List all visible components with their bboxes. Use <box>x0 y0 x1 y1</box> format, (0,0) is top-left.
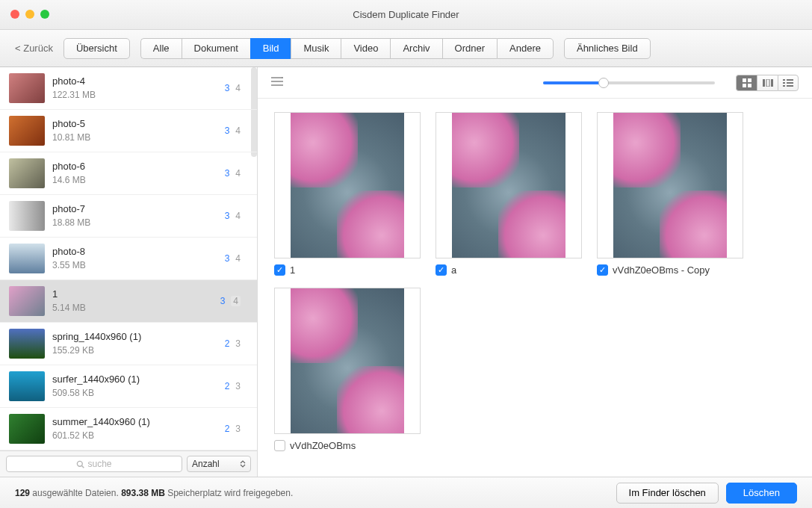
select-checkbox[interactable] <box>436 264 447 276</box>
list-item[interactable]: photo-4122.31 MB34 <box>0 67 257 110</box>
list-item[interactable]: photo-614.6 MB34 <box>0 152 257 195</box>
count-selected: 2 <box>225 381 230 391</box>
list-item[interactable]: spring_1440x960 (1)155.29 KB23 <box>0 323 257 365</box>
list-item-counts: 34 <box>225 83 241 93</box>
thumbnail-label: a <box>451 264 456 276</box>
content-area: photo-4122.31 MB34photo-510.81 MB34photo… <box>0 67 812 477</box>
svg-rect-12 <box>787 82 793 84</box>
main-toolbar <box>258 67 812 99</box>
list-thumbnail <box>9 329 45 359</box>
svg-rect-14 <box>787 85 793 87</box>
list-view-button[interactable] <box>778 75 799 91</box>
thumbnail-card[interactable]: vVdhZ0eOBms <box>274 288 424 451</box>
maximize-icon[interactable] <box>40 10 49 19</box>
thumbnail-image <box>436 112 582 258</box>
category-tabs: AlleDokumentBildMusikVideoArchivOrdnerAn… <box>140 38 554 59</box>
tab-andere[interactable]: Andere <box>497 38 554 59</box>
list-item-counts: 23 <box>225 424 241 434</box>
delete-in-finder-button[interactable]: Im Finder löschen <box>616 483 719 504</box>
delete-button[interactable]: Löschen <box>726 483 797 504</box>
list-menu-icon[interactable] <box>271 77 283 88</box>
tab-video[interactable]: Video <box>341 38 390 59</box>
list-item-counts: 34 <box>220 296 241 306</box>
list-item-name: spring_1440x960 (1) <box>52 331 248 344</box>
list-thumbnail <box>9 414 45 444</box>
list-item-text: summer_1440x960 (1)601.52 KB <box>52 416 248 442</box>
list-item-text: 15.14 MB <box>52 288 248 314</box>
file-list[interactable]: photo-4122.31 MB34photo-510.81 MB34photo… <box>0 67 257 450</box>
status-text: 129 ausgewählte Dateien. 893.38 MB Speic… <box>15 488 293 498</box>
select-checkbox[interactable] <box>597 264 608 276</box>
sidebar-bottom: suche Anzahl <box>0 450 257 477</box>
sort-select[interactable]: Anzahl <box>187 456 251 472</box>
list-thumbnail <box>9 371 45 401</box>
svg-rect-3 <box>748 78 751 82</box>
tab-musik[interactable]: Musik <box>291 38 341 59</box>
toolbar: < Zurück Übersicht AlleDokumentBildMusik… <box>0 30 812 67</box>
list-item[interactable]: photo-718.88 MB34 <box>0 195 257 238</box>
list-item-size: 601.52 KB <box>52 430 248 442</box>
list-item[interactable]: summer_1440x960 (1)601.52 KB23 <box>0 408 257 450</box>
list-item-size: 18.88 MB <box>52 217 248 229</box>
list-thumbnail <box>9 73 45 103</box>
overview-button[interactable]: Übersicht <box>63 38 130 59</box>
sidebar: photo-4122.31 MB34photo-510.81 MB34photo… <box>0 67 258 477</box>
list-item-size: 509.58 KB <box>52 388 248 400</box>
minimize-icon[interactable] <box>25 10 34 19</box>
tab-bild[interactable]: Bild <box>250 38 291 59</box>
grid-view-button[interactable] <box>736 75 757 91</box>
list-item[interactable]: photo-83.55 MB34 <box>0 238 257 280</box>
thumbnail-label: 1 <box>290 264 295 276</box>
list-item-size: 3.55 MB <box>52 260 248 272</box>
search-input[interactable]: suche <box>6 456 182 472</box>
tab-dokument[interactable]: Dokument <box>182 38 250 59</box>
thumbnail-card[interactable]: vVdhZ0eOBms - Copy <box>597 112 746 276</box>
list-item[interactable]: photo-510.81 MB34 <box>0 110 257 152</box>
thumbnail-card[interactable]: 1 <box>274 112 424 276</box>
similar-image-button[interactable]: Ähnliches Bild <box>564 38 651 59</box>
thumbnail-grid: 1avVdhZ0eOBms - CopyvVdhZ0eOBms <box>274 112 796 451</box>
tab-ordner[interactable]: Ordner <box>442 38 497 59</box>
select-checkbox[interactable] <box>274 264 285 276</box>
list-item[interactable]: surfer_1440x960 (1)509.58 KB23 <box>0 365 257 408</box>
count-selected: 3 <box>220 296 226 306</box>
svg-rect-7 <box>766 79 769 87</box>
stepper-icon <box>240 460 246 468</box>
list-item-text: photo-510.81 MB <box>52 118 248 143</box>
count-selected: 2 <box>225 424 230 434</box>
list-thumbnail <box>9 158 45 188</box>
close-icon[interactable] <box>10 10 19 19</box>
count-total: 4 <box>235 168 241 179</box>
list-item-counts: 34 <box>225 253 241 264</box>
back-button[interactable]: < Zurück <box>15 43 53 54</box>
list-item[interactable]: 15.14 MB34 <box>0 280 257 323</box>
tab-archiv[interactable]: Archiv <box>390 38 441 59</box>
list-item-text: photo-718.88 MB <box>52 203 248 229</box>
select-checkbox[interactable] <box>274 440 285 451</box>
list-thumbnail <box>9 244 45 273</box>
count-selected: 3 <box>225 168 230 179</box>
count-total: 3 <box>235 338 241 349</box>
view-mode-group <box>736 75 799 91</box>
search-placeholder: suche <box>87 459 111 469</box>
list-item-size: 155.29 KB <box>52 345 248 357</box>
thumbnail-caption: vVdhZ0eOBms <box>274 440 424 451</box>
statusbar: 129 ausgewählte Dateien. 893.38 MB Speic… <box>0 477 812 508</box>
count-total: 4 <box>235 211 241 221</box>
list-item-name: photo-4 <box>52 75 248 88</box>
list-item-counts: 34 <box>225 168 241 179</box>
list-item-name: 1 <box>52 288 248 301</box>
thumbnail-image <box>597 112 743 258</box>
thumbnail-image <box>274 112 421 258</box>
list-item-text: photo-83.55 MB <box>52 246 248 271</box>
thumbnail-card[interactable]: a <box>436 112 585 276</box>
grid-area[interactable]: 1avVdhZ0eOBms - CopyvVdhZ0eOBms <box>258 99 812 477</box>
count-selected: 3 <box>225 253 230 264</box>
window-controls <box>10 10 49 19</box>
tab-alle[interactable]: Alle <box>140 38 182 59</box>
thumbnail-size-slider[interactable] <box>543 81 715 84</box>
count-total: 4 <box>235 126 241 136</box>
column-view-button[interactable] <box>757 75 778 91</box>
thumbnail-caption: vVdhZ0eOBms - Copy <box>597 264 746 276</box>
svg-rect-11 <box>783 82 785 84</box>
